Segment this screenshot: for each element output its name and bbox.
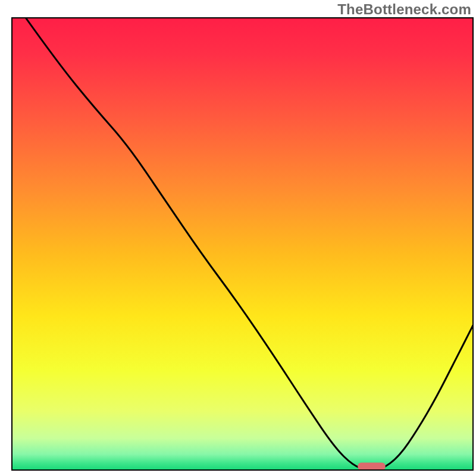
plot-background <box>12 18 473 470</box>
optimal-marker <box>358 462 386 470</box>
chart-svg <box>0 0 476 476</box>
chart-container: TheBottleneck.com <box>0 0 476 476</box>
watermark-text: TheBottleneck.com <box>337 1 471 18</box>
